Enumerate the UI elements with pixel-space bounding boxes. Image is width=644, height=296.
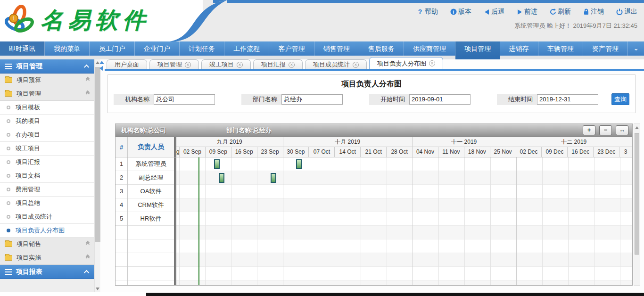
week-gridline [257, 157, 257, 286]
tab-项目管理[interactable]: 项目管理× [149, 59, 199, 69]
week-gridline [387, 157, 387, 286]
week-cell-16 Dec: 16 Dec [568, 147, 594, 157]
row-index [116, 253, 127, 267]
svg-text:i: i [453, 9, 454, 15]
week-cell-g: g [176, 147, 180, 157]
nav-item-员工门户[interactable]: 员工门户 [90, 41, 134, 56]
bullet-icon [7, 201, 10, 205]
sidebar-item-在办项目[interactable]: 在办项目 [0, 128, 94, 142]
task-bar[interactable] [219, 173, 224, 183]
index-column-header: # [116, 137, 128, 157]
owner-column: 系统管理员副总经理OA软件CRM软件HR软件 [128, 157, 174, 286]
input-start-date[interactable] [409, 94, 471, 105]
sidebar-folder-项目管理[interactable]: 项目管理 [0, 87, 94, 101]
nav-item-销售管理[interactable]: 销售管理 [314, 41, 359, 56]
row-owner [128, 280, 174, 286]
double-chevron-up-icon [86, 256, 89, 259]
sidebar-item-项目汇报[interactable]: 项目汇报 [0, 156, 94, 169]
nav-substrip [0, 56, 644, 59]
folder-icon [5, 241, 12, 247]
task-bar[interactable] [271, 173, 276, 183]
tab-close-icon[interactable]: × [429, 60, 435, 66]
fit-width-button[interactable]: ↔ [616, 125, 628, 135]
sidebar-item-项目负责人分布图[interactable]: 项目负责人分布图 [0, 224, 94, 238]
sidebar-item-费用管理[interactable]: 费用管理 [0, 183, 94, 197]
quicklink-后退[interactable]: 后退 [484, 8, 504, 16]
nav-item-客户管理[interactable]: 客户管理 [269, 41, 314, 56]
nav-item-企业门户[interactable]: 企业门户 [135, 41, 180, 56]
timeline-row [176, 157, 632, 171]
tab-close-icon[interactable]: × [353, 62, 359, 68]
nav-item-工作流程[interactable]: 工作流程 [224, 41, 269, 56]
input-end-date[interactable] [537, 94, 598, 105]
week-cell-16 Sep: 16 Sep [231, 147, 257, 157]
zoom-out-button[interactable]: − [599, 125, 612, 135]
sidebar-folder-项目销售[interactable]: 项目销售 [0, 238, 94, 251]
tab-竣工项目[interactable]: 竣工项目× [201, 59, 251, 69]
nav-item-车辆管理[interactable]: 车辆管理 [538, 41, 583, 56]
scroll-up-icon[interactable] [635, 126, 639, 129]
tab-用户桌面[interactable]: 用户桌面 [107, 59, 147, 69]
sidebar-folder-项目实施[interactable]: 项目实施 [0, 251, 94, 265]
input-dept-name[interactable] [281, 94, 343, 105]
scroll-down-icon[interactable] [96, 288, 99, 290]
sidebar-item-项目成员统计[interactable]: 项目成员统计 [0, 210, 94, 224]
sidebar-item-项目文档[interactable]: 项目文档 [0, 169, 94, 183]
quicklink-刷新[interactable]: 刷新 [550, 8, 571, 16]
nav-item-供应商管理[interactable]: 供应商管理 [404, 41, 455, 56]
index-column: 12345 [116, 157, 128, 286]
quicklink-版本[interactable]: i版本 [450, 8, 471, 16]
task-bar[interactable] [214, 159, 220, 169]
quicklink-前进[interactable]: 前进 [517, 8, 537, 16]
gantt-scrollbar[interactable] [634, 123, 640, 286]
tab-close-icon[interactable]: × [237, 62, 243, 68]
timeline-row [176, 253, 632, 267]
sidebar-item-我的项目[interactable]: 我的项目 [0, 115, 94, 128]
gantt-zoom-controls: + − ↔ [583, 125, 628, 135]
nav-item-我的菜单[interactable]: 我的菜单 [45, 41, 90, 56]
nav-item-售后服务[interactable]: 售后服务 [359, 41, 404, 56]
tab-close-icon[interactable]: × [185, 62, 191, 68]
nav-item-项目管理[interactable]: 项目管理 [455, 41, 500, 59]
sidebar-header-项目管理[interactable]: 项目管理 [0, 59, 94, 74]
field-label-end-date: 结束时间 [497, 94, 537, 105]
tab-scroll-left-icon[interactable] [99, 66, 103, 71]
query-button[interactable]: 查询 [611, 93, 629, 105]
quicklink-退出[interactable]: 退出 [616, 8, 637, 16]
week-gridline [620, 157, 620, 286]
info-icon: i [450, 8, 457, 15]
bullet-icon [7, 133, 10, 137]
sidebar-scroll-thumb[interactable] [95, 67, 100, 242]
quicklink-帮助[interactable]: ?帮助 [417, 8, 438, 16]
nav-item-计划任务[interactable]: 计划任务 [180, 41, 224, 56]
tab-scroll-up-icon[interactable] [99, 61, 104, 64]
tab-项目成员统计[interactable]: 项目成员统计× [305, 59, 367, 69]
scroll-up-icon[interactable] [96, 61, 99, 64]
sidebar-scrollbar[interactable] [94, 59, 100, 292]
week-gridline [594, 157, 594, 286]
tab-项目负责人分布图[interactable]: 项目负责人分布图× [369, 57, 443, 69]
gantt-scroll-thumb[interactable] [635, 133, 639, 255]
field-group-org-name: 机构名称 [114, 94, 215, 105]
folder-icon [5, 77, 12, 83]
input-org-name[interactable] [154, 94, 215, 105]
zoom-in-button[interactable]: + [583, 125, 595, 135]
tab-close-icon[interactable]: × [289, 62, 295, 68]
forward-triangle-icon [517, 9, 523, 15]
sidebar-item-竣工项目[interactable]: 竣工项目 [0, 142, 94, 156]
nav-item-即时通讯[interactable]: 即时通讯 [0, 41, 45, 56]
sidebar-folder-项目预算[interactable]: 项目预算 [0, 74, 94, 87]
quicklink-注销[interactable]: 注销 [583, 8, 604, 16]
row-owner: 副总经理 [128, 171, 174, 185]
sidebar-item-项目模板[interactable]: 项目模板 [0, 101, 94, 115]
sidebar-item-项目总结[interactable]: 项目总结 [0, 197, 94, 210]
sidebar-header-项目报表[interactable]: 项目报表 [0, 265, 94, 279]
nav-item-资产管理[interactable]: 资产管理 [583, 41, 628, 56]
nav-item-进销存[interactable]: 进销存 [500, 41, 538, 56]
week-gridline [568, 157, 569, 286]
folder-icon [5, 255, 12, 261]
task-bar[interactable] [296, 159, 302, 169]
nav-more-icon[interactable]: ⌄ [628, 41, 644, 56]
double-chevron-up-icon [86, 79, 89, 82]
tab-项目汇报[interactable]: 项目汇报× [253, 59, 303, 69]
